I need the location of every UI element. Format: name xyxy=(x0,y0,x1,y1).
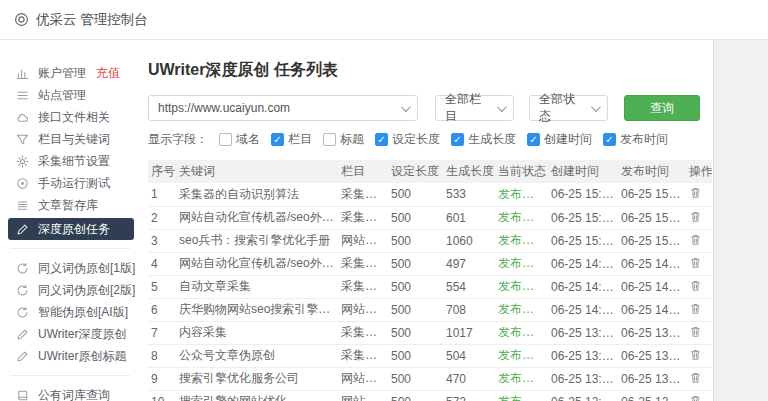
delete-button[interactable] xyxy=(689,302,702,315)
sidebar-item[interactable]: 手动运行测试 xyxy=(0,172,140,194)
sidebar-item-label: 同义词伪原创[2版] xyxy=(38,282,135,299)
refresh-icon xyxy=(16,262,30,275)
sidebar-item[interactable]: 同义词伪原创[2版] xyxy=(0,279,140,301)
cell-actions xyxy=(686,367,712,390)
cell-published: 06-25 12:04 xyxy=(618,390,686,401)
cell-set-length: 500 xyxy=(388,229,443,252)
sidebar-item[interactable]: UWriter原创标题 xyxy=(0,345,140,367)
cell-column: 采集交流 xyxy=(338,183,388,206)
cell-keyword: 搜索引擎的网站优化 xyxy=(176,390,338,401)
cell-created: 06-25 14:03 xyxy=(548,275,618,298)
sidebar-item[interactable]: 栏目与关键词 xyxy=(0,128,140,150)
sidebar-item[interactable]: 公有词库查询 xyxy=(0,384,140,401)
display-fields-row: 显示字段： 域名✓栏目标题✓设定长度✓生成长度✓创建时间✓发布时间 xyxy=(148,131,712,148)
sidebar-item[interactable]: 接口文件相关 xyxy=(0,106,140,128)
edit-icon xyxy=(16,350,30,363)
list-icon xyxy=(16,89,30,102)
cell-set-length: 500 xyxy=(388,275,443,298)
field-checkbox[interactable]: 域名 xyxy=(219,131,260,148)
column-select[interactable]: 全部栏目 xyxy=(435,95,514,121)
cell-gen-length: 572 xyxy=(443,390,495,401)
column-header: 当前状态 xyxy=(495,160,548,183)
delete-button[interactable] xyxy=(689,394,702,401)
delete-button[interactable] xyxy=(689,371,702,384)
checked-checkbox-icon[interactable]: ✓ xyxy=(271,133,284,146)
book-icon xyxy=(16,389,30,401)
delete-button[interactable] xyxy=(689,325,702,338)
sidebar-item[interactable]: 站点管理 xyxy=(0,84,140,106)
sidebar-item[interactable]: 智能伪原创[AI版] xyxy=(0,301,140,323)
delete-button[interactable] xyxy=(689,279,702,292)
cell-no: 5 xyxy=(148,275,176,298)
sidebar-item[interactable]: 采集细节设置 xyxy=(0,150,140,172)
sidebar-item[interactable]: 深度原创任务 xyxy=(8,218,134,240)
field-checkbox[interactable]: ✓发布时间 xyxy=(603,131,668,148)
run-icon xyxy=(16,177,30,190)
sidebar-item-label: 采集细节设置 xyxy=(38,153,110,170)
site-select[interactable]: https://www.ucaiyun.com xyxy=(148,95,418,121)
cell-keyword: 内容采集 xyxy=(176,321,338,344)
unchecked-checkbox-icon[interactable] xyxy=(323,133,336,146)
checked-checkbox-icon[interactable]: ✓ xyxy=(603,133,616,146)
chevron-down-icon xyxy=(497,102,507,112)
sidebar-item[interactable]: 同义词伪原创[1版] xyxy=(0,257,140,279)
gear-icon xyxy=(16,155,30,168)
cell-keyword: 公众号文章伪原创 xyxy=(176,344,338,367)
field-checkbox[interactable]: ✓生成长度 xyxy=(451,131,516,148)
query-button[interactable]: 查询 xyxy=(624,95,700,121)
field-checkbox[interactable]: 标题 xyxy=(323,131,364,148)
sidebar-item[interactable]: 文章暂存库 xyxy=(0,194,140,216)
cell-gen-length: 601 xyxy=(443,206,495,229)
cell-column: 采集交流 xyxy=(338,206,388,229)
cell-no: 8 xyxy=(148,344,176,367)
field-checkbox[interactable]: ✓栏目 xyxy=(271,131,312,148)
cell-gen-length: 554 xyxy=(443,275,495,298)
cell-set-length: 500 xyxy=(388,367,443,390)
delete-button[interactable] xyxy=(689,256,702,269)
delete-button[interactable] xyxy=(689,348,702,361)
status-text: 发布成功 xyxy=(495,367,548,390)
cell-column: 网站更新 xyxy=(338,229,388,252)
sidebar-divider xyxy=(10,248,130,249)
delete-button[interactable] xyxy=(689,210,702,223)
sidebar-item-label: UWriter深度原创 xyxy=(38,326,126,343)
delete-button[interactable] xyxy=(689,186,702,199)
table-row: 6庆华购物网站seo搜索引擎优化网站更新500708发布成功06-25 14:0… xyxy=(148,298,712,321)
column-header: 生成长度 xyxy=(443,160,495,183)
unchecked-checkbox-icon[interactable] xyxy=(219,133,232,146)
sidebar-item[interactable]: UWriter深度原创 xyxy=(0,323,140,345)
status-select[interactable]: 全部状态 xyxy=(529,95,608,121)
sidebar-item[interactable]: 账户管理充值 xyxy=(0,62,140,84)
field-checkbox[interactable]: ✓创建时间 xyxy=(527,131,592,148)
sidebar: 账户管理充值站点管理接口文件相关栏目与关键词采集细节设置手动运行测试文章暂存库深… xyxy=(0,40,140,401)
cell-actions xyxy=(686,229,712,252)
cell-gen-length: 1017 xyxy=(443,321,495,344)
checked-checkbox-icon[interactable]: ✓ xyxy=(451,133,464,146)
table-row: 10搜索引擎的网站优化网站更新500572发布成功06-25 12:0306-2… xyxy=(148,390,712,401)
status-text: 发布成功 xyxy=(495,275,548,298)
cell-gen-length: 533 xyxy=(443,183,495,206)
status-text: 发布成功 xyxy=(495,344,548,367)
sidebar-item-label: UWriter原创标题 xyxy=(38,348,126,365)
cell-set-length: 500 xyxy=(388,252,443,275)
cell-published: 06-25 14:05 xyxy=(618,252,686,275)
recharge-badge[interactable]: 充值 xyxy=(96,65,120,82)
refresh-icon xyxy=(16,284,30,297)
delete-button[interactable] xyxy=(689,233,702,246)
cell-set-length: 500 xyxy=(388,344,443,367)
sidebar-item-label: 手动运行测试 xyxy=(38,175,110,192)
checked-checkbox-icon[interactable]: ✓ xyxy=(375,133,388,146)
status-text: 发布成功 xyxy=(495,229,548,252)
cell-no: 10 xyxy=(148,390,176,401)
cell-column: 采集交流 xyxy=(338,344,388,367)
sidebar-item-label: 接口文件相关 xyxy=(38,109,110,126)
table-row: 8公众号文章伪原创采集交流500504发布成功06-25 13:0006-25 … xyxy=(148,344,712,367)
top-bar: 优采云 管理控制台 xyxy=(0,0,768,40)
checked-checkbox-icon[interactable]: ✓ xyxy=(527,133,540,146)
site-select-value: https://www.ucaiyun.com xyxy=(158,101,290,115)
field-checkbox[interactable]: ✓设定长度 xyxy=(375,131,440,148)
cell-column: 采集交流 xyxy=(338,252,388,275)
task-table: 序号关键词栏目设定长度生成长度当前状态创建时间发布时间操作 1采集器的自动识别算… xyxy=(148,160,712,401)
edit-icon xyxy=(16,328,30,341)
table-header-row: 序号关键词栏目设定长度生成长度当前状态创建时间发布时间操作 xyxy=(148,160,712,183)
